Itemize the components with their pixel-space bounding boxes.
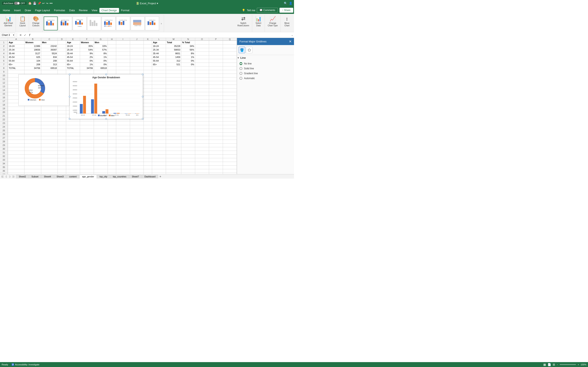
cell-32-10[interactable] [130,154,144,158]
cell-3-4[interactable] [58,48,66,52]
chart-layout-2[interactable]: CHART TITLE 20 14 [58,17,72,30]
cell-31-17[interactable] [223,151,237,154]
cell-19-17[interactable] [223,107,237,110]
cell-36-8[interactable] [108,169,116,173]
handle-br[interactable] [142,118,144,120]
cell-2-1[interactable]: 18-24 [8,44,25,48]
cell-37-15[interactable] [195,173,209,174]
cell-26-5[interactable] [66,132,80,136]
cell-2-13[interactable]: 35228 [166,44,181,48]
cell-37-7[interactable] [94,173,108,174]
cell-33-12[interactable] [152,158,166,162]
cell-5-12[interactable]: 45-54 [152,55,166,59]
cell-31-5[interactable] [66,151,80,154]
col-header-G[interactable]: G [94,38,108,41]
cell-1-4[interactable] [58,41,66,44]
menu-review[interactable]: Review [77,8,90,13]
cell-19-16[interactable] [209,107,223,110]
cell-25-3[interactable] [41,129,58,132]
cell-25-11[interactable] [144,129,152,132]
cell-17-13[interactable] [166,99,181,103]
cell-32-14[interactable] [181,154,195,158]
cell-36-15[interactable] [195,169,209,173]
cell-30-7[interactable] [94,147,108,151]
cell-37-10[interactable] [130,173,144,174]
cell-22-12[interactable] [152,118,166,121]
cell-36-7[interactable] [94,169,108,173]
cell-12-15[interactable] [195,81,209,85]
cell-15-16[interactable] [209,92,223,96]
cell-8-17[interactable] [223,66,237,70]
cell-36-16[interactable] [209,169,223,173]
cell-21-14[interactable] [181,114,195,118]
chart-layout-7[interactable]: CHART TITLE [131,17,145,30]
cell-7-6[interactable]: 1% [80,63,94,66]
cell-20-17[interactable] [223,110,237,114]
cell-4-4[interactable] [58,52,66,55]
cell-28-14[interactable] [181,140,195,143]
cell-13-15[interactable] [195,85,209,88]
solid-line-option[interactable]: Solid line [240,67,292,70]
cell-37-16[interactable] [209,173,223,174]
cell-5-14[interactable]: 1% [181,55,195,59]
cell-33-1[interactable] [8,158,25,162]
save-icon[interactable]: 💾 [33,2,36,5]
cell-30-6[interactable] [80,147,94,151]
cell-33-9[interactable] [116,158,130,162]
cell-14-14[interactable] [181,88,195,92]
cell-13-16[interactable] [209,85,223,88]
redo-icon[interactable]: ↪ [46,2,48,5]
automatic-radio[interactable] [240,77,242,80]
cell-32-2[interactable] [25,154,41,158]
cell-28-17[interactable] [223,140,237,143]
cell-7-11[interactable] [144,63,152,66]
more-icon[interactable]: ••• [50,2,53,5]
formula-function-btn[interactable]: f [27,33,32,37]
cell-4-5[interactable]: 35-44 [66,52,80,55]
cell-28-12[interactable] [152,140,166,143]
cell-13-11[interactable] [144,85,152,88]
cell-21-16[interactable] [209,114,223,118]
sheet-tab-dashboard[interactable]: Dashboard [142,175,158,178]
cell-3-3[interactable]: 39397 [41,48,58,52]
cell-26-15[interactable] [195,132,209,136]
cell-23-4[interactable] [58,121,66,125]
cell-3-1[interactable]: 25-34 [8,48,25,52]
select-data-button[interactable]: 📊 SelectData [254,16,263,27]
cell-6-10[interactable] [130,59,144,63]
cell-1-12[interactable]: Age [152,41,166,44]
cell-29-3[interactable] [41,143,58,147]
cell-35-10[interactable] [130,165,144,169]
cell-22-15[interactable] [195,118,209,121]
cell-34-12[interactable] [152,162,166,165]
cell-33-2[interactable] [25,158,41,162]
cell-13-17[interactable] [223,85,237,88]
cell-29-11[interactable] [144,143,152,147]
cell-24-15[interactable] [195,125,209,129]
cell-31-15[interactable] [195,151,209,154]
cell-34-13[interactable] [166,162,181,165]
cell-21-13[interactable] [166,114,181,118]
cell-3-11[interactable] [144,48,152,52]
cell-10-12[interactable] [152,74,166,77]
cell-34-17[interactable] [223,162,237,165]
cell-21-3[interactable] [41,114,58,118]
menu-home[interactable]: Home [1,8,12,13]
cell-32-16[interactable] [209,154,223,158]
cell-6-12[interactable]: 55-64 [152,59,166,63]
cell-19-14[interactable] [181,107,195,110]
cell-27-2[interactable] [25,136,41,140]
col-header-C[interactable]: C [41,38,58,41]
cell-30-13[interactable] [166,147,181,151]
cell-26-14[interactable] [181,132,195,136]
sheet-tab-age-gender[interactable]: age_gender [79,175,97,178]
cell-25-4[interactable] [58,129,66,132]
cell-27-1[interactable] [8,136,25,140]
cell-30-14[interactable] [181,147,195,151]
cell-27-4[interactable] [58,136,66,140]
cell-5-16[interactable] [209,55,223,59]
cell-31-14[interactable] [181,151,195,154]
sheet-tab-sheet7[interactable]: Sheet7 [129,175,142,178]
sheet-tab-top-countries[interactable]: top_countries [110,175,129,178]
cell-1-7[interactable]: Men [94,41,108,44]
